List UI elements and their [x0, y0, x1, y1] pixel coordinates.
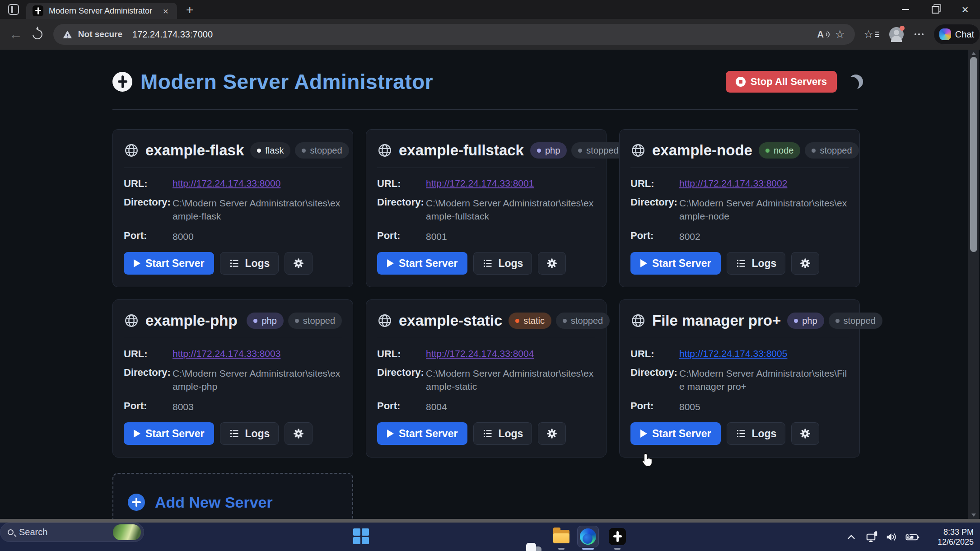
- start-button[interactable]: [353, 528, 369, 545]
- window-bottom-strip: [0, 519, 980, 523]
- server-url-link[interactable]: http://172.24.174.33:8003: [173, 348, 342, 359]
- server-status-badge: stopped: [571, 142, 625, 159]
- taskbar-clock[interactable]: 8:33 PM 12/6/2025: [929, 527, 974, 547]
- battery-charging-icon[interactable]: [905, 530, 919, 544]
- edge-browser-icon[interactable]: [577, 526, 599, 547]
- logs-button[interactable]: Logs: [220, 252, 279, 275]
- file-explorer-icon[interactable]: [553, 530, 569, 543]
- start-server-button[interactable]: Start Server: [124, 422, 214, 445]
- start-server-button[interactable]: Start Server: [377, 252, 467, 275]
- server-status-badge: stopped: [556, 313, 610, 329]
- network-icon[interactable]: [865, 530, 879, 544]
- globe-icon: [124, 143, 139, 158]
- server-settings-button[interactable]: [791, 252, 819, 275]
- server-settings-button[interactable]: [285, 252, 313, 275]
- stop-all-servers-button[interactable]: Stop All Servers: [726, 71, 837, 93]
- security-label: Not secure: [78, 29, 122, 39]
- running-indicator: [614, 548, 621, 550]
- directory-value: C:\Modern Server Administrator\sites\exa…: [426, 196, 595, 223]
- server-settings-button[interactable]: [791, 422, 819, 445]
- plus-circle-icon: [128, 494, 145, 511]
- server-name: example-fullstack: [399, 142, 524, 159]
- url-text: 172.24.174.33:7000: [132, 29, 213, 40]
- tab-workspaces-icon[interactable]: [8, 4, 19, 15]
- read-aloud-icon[interactable]: A: [817, 29, 829, 40]
- server-url-link[interactable]: http://172.24.174.33:8000: [173, 178, 342, 189]
- server-url-link[interactable]: http://172.24.174.33:8002: [679, 178, 849, 189]
- gear-icon: [293, 428, 304, 439]
- search-daily-image: [113, 524, 141, 540]
- logs-icon: [736, 428, 747, 439]
- server-card-example-flask: example-flask flask stopped URL:http://1…: [112, 129, 353, 287]
- window-restore-button[interactable]: [920, 0, 950, 19]
- start-server-button[interactable]: Start Server: [377, 422, 467, 445]
- tab-title: Modern Server Administrator: [49, 6, 155, 16]
- theme-toggle-moon-icon[interactable]: [849, 75, 863, 89]
- server-settings-button[interactable]: [538, 252, 566, 275]
- server-url-link[interactable]: http://172.24.174.33:8001: [426, 178, 595, 189]
- logs-icon: [482, 258, 493, 269]
- window-close-button[interactable]: [950, 0, 980, 19]
- logs-button[interactable]: Logs: [473, 422, 532, 445]
- copilot-chat-button[interactable]: Chat: [933, 24, 980, 45]
- tab-favicon-icon: [33, 5, 43, 16]
- new-tab-button[interactable]: [186, 4, 193, 16]
- not-secure-warning-icon: !: [63, 31, 72, 38]
- scrollbar-up-arrow-icon[interactable]: [971, 52, 976, 55]
- play-icon: [134, 430, 140, 438]
- server-type-badge: php: [247, 313, 283, 329]
- scrollbar-down-arrow-icon[interactable]: [971, 514, 976, 517]
- logs-icon: [229, 258, 240, 269]
- gear-icon: [799, 428, 811, 439]
- mouse-cursor: [640, 453, 654, 468]
- server-settings-button[interactable]: [538, 422, 566, 445]
- port-value: 8005: [679, 400, 849, 413]
- url-label: URL:: [124, 178, 173, 190]
- server-name: example-flask: [145, 142, 244, 159]
- window-minimize-button[interactable]: [891, 0, 920, 19]
- browser-menu-icon[interactable]: [915, 33, 924, 35]
- browser-tab[interactable]: Modern Server Administrator: [26, 3, 177, 19]
- start-server-button[interactable]: Start Server: [124, 252, 214, 275]
- logs-icon: [482, 428, 493, 439]
- play-icon: [134, 259, 140, 267]
- back-button[interactable]: [9, 27, 23, 42]
- task-view-icon[interactable]: [526, 542, 542, 551]
- server-url-link[interactable]: http://172.24.174.33:8004: [426, 348, 595, 359]
- taskbar-search-box[interactable]: Search: [0, 523, 144, 542]
- start-server-button[interactable]: Start Server: [630, 422, 721, 445]
- profile-avatar[interactable]: [889, 27, 904, 42]
- globe-icon: [377, 313, 392, 328]
- globe-icon: [630, 313, 646, 328]
- gear-icon: [546, 257, 558, 269]
- logs-button[interactable]: Logs: [220, 422, 279, 445]
- page-scrollbar[interactable]: [968, 50, 979, 519]
- logs-button[interactable]: Logs: [727, 422, 785, 445]
- notification-dot: [900, 26, 905, 31]
- volume-icon[interactable]: [885, 530, 899, 544]
- tray-chevron-icon[interactable]: [845, 531, 857, 543]
- server-url-link[interactable]: http://172.24.174.33:8005: [679, 348, 849, 359]
- scrollbar-thumb[interactable]: [970, 57, 977, 252]
- tab-close-icon[interactable]: [161, 6, 171, 16]
- logs-button[interactable]: Logs: [473, 252, 532, 275]
- search-icon: [8, 529, 14, 535]
- page-viewport: Modern Server Administrator Stop All Ser…: [0, 50, 980, 519]
- start-server-button[interactable]: Start Server: [630, 252, 721, 275]
- page-header: Modern Server Administrator Stop All Ser…: [112, 69, 858, 95]
- card-divider: [124, 168, 342, 168]
- server-name: example-node: [652, 142, 752, 159]
- logs-button[interactable]: Logs: [727, 252, 785, 275]
- server-settings-button[interactable]: [285, 422, 313, 445]
- server-status-badge: stopped: [295, 142, 349, 159]
- server-admin-app-icon[interactable]: [609, 528, 626, 545]
- refresh-button[interactable]: [30, 28, 44, 42]
- play-icon: [387, 430, 394, 438]
- server-grid: example-flask flask stopped URL:http://1…: [112, 129, 858, 458]
- address-bar[interactable]: ! Not secure 172.24.174.33:7000 A: [53, 24, 855, 45]
- favorites-bar-icon[interactable]: [864, 28, 880, 41]
- add-new-server-button[interactable]: Add New Server: [112, 473, 353, 519]
- server-status-badge: stopped: [805, 142, 859, 159]
- server-card-example-php: example-php php stopped URL:http://172.2…: [112, 299, 353, 458]
- favorite-star-icon[interactable]: [835, 28, 845, 41]
